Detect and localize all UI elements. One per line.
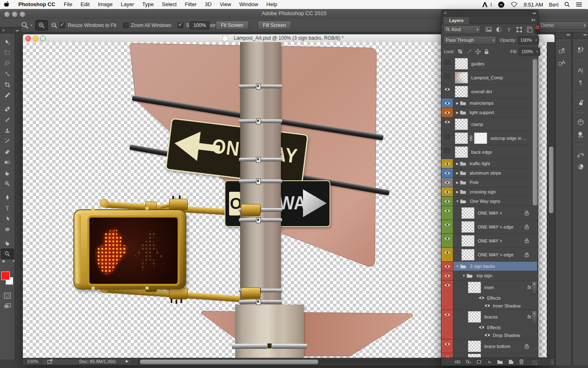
apple-menu[interactable] (0, 1, 14, 8)
layer-visibility-cell[interactable] (441, 262, 453, 271)
lock-position-icon[interactable] (475, 49, 481, 54)
layer-row-body[interactable]: ▼One Way signs (453, 197, 537, 206)
lock-transparent-icon[interactable] (458, 49, 463, 54)
layer-row-body[interactable]: outcrop edge in ... (453, 131, 537, 145)
layer-filter-toggle[interactable] (535, 25, 540, 34)
layer-main[interactable]: back edge (453, 145, 537, 159)
dock-grip[interactable] (576, 40, 585, 43)
3d-panel-icon[interactable] (573, 116, 588, 128)
effect-row[interactable]: Effects (453, 294, 537, 302)
layer-thumbnail[interactable] (461, 207, 474, 219)
layer-fx-badge[interactable]: fx (528, 314, 531, 320)
caret-open-icon[interactable]: ▼ (455, 265, 460, 268)
menu-item-view[interactable]: View (216, 0, 235, 9)
layer-visibility-cell[interactable] (441, 178, 453, 187)
opacity-field[interactable]: 100% ▾ (518, 36, 539, 45)
layer-main[interactable]: outcrop edge in ... (453, 131, 537, 145)
layer-main[interactable]: ▶light support (453, 108, 537, 117)
layer-row[interactable]: back edge (441, 145, 537, 159)
paragraph-panel-icon[interactable]: ¶ (573, 76, 588, 88)
dodge-tool[interactable] (1, 178, 14, 189)
toggle-visibility[interactable] (444, 120, 450, 124)
delete-layer-button[interactable] (519, 359, 524, 364)
toggle-visibility[interactable] (444, 60, 450, 65)
layer-main[interactable]: ▶crossing sign (453, 187, 537, 196)
layer-group-row[interactable]: ▶aluminum strips (441, 168, 537, 178)
toggle-visibility[interactable] (444, 250, 450, 255)
caret-closed-icon[interactable]: ▶ (455, 162, 460, 166)
status-doc-size[interactable]: Doc: 85.8M/1.35G (71, 359, 124, 364)
layer-main[interactable]: brace bottom (453, 339, 537, 353)
smudge-tool[interactable] (1, 168, 14, 178)
layer-visibility-cell[interactable] (441, 85, 453, 98)
toolbar-grip[interactable] (4, 34, 11, 36)
layer-row-body[interactable]: back edge (453, 145, 537, 159)
toggle-visibility[interactable] (444, 87, 450, 92)
layer-row-body[interactable]: ▶aluminum strips (453, 168, 537, 177)
layer-main[interactable]: guides (453, 57, 537, 70)
layer-visibility-cell[interactable] (441, 234, 453, 247)
status-flyout-icon[interactable]: ▶ (126, 359, 129, 363)
toggle-visibility[interactable] (444, 274, 450, 278)
eyedropper-tool[interactable] (1, 90, 14, 101)
new-group-button[interactable] (497, 359, 503, 364)
layer-row-body[interactable]: ▶light support (453, 108, 537, 117)
screen-mode-button[interactable] (1, 301, 14, 312)
quick-mask-button[interactable] (1, 290, 14, 301)
layer-main[interactable]: insetfx▴ (453, 280, 537, 294)
effects-collapse-strip[interactable]: ▴ (532, 311, 537, 324)
layer-main[interactable]: ONE WAY > edge (453, 248, 537, 261)
creative-cloud-icon[interactable]: ∞ (498, 1, 505, 8)
layer-thumbnail[interactable] (468, 354, 481, 358)
toggle-visibility[interactable] (444, 134, 450, 139)
type-filter-icon[interactable]: T (506, 27, 512, 33)
layer-row-body[interactable]: insetfx▴EffectsInner Shadow (453, 280, 537, 310)
type-tool[interactable]: T (1, 203, 14, 213)
layer-visibility-cell[interactable] (441, 206, 453, 220)
effect-eye-icon[interactable] (484, 333, 490, 337)
caret-closed-icon[interactable]: ▶ (455, 190, 460, 194)
hand-tool[interactable] (1, 238, 14, 249)
layer-visibility-cell[interactable] (441, 108, 453, 117)
toggle-visibility[interactable] (444, 171, 450, 175)
status-zoom-level[interactable]: 100% (27, 359, 38, 364)
layer-row[interactable]: ONE WAY < edge (441, 220, 537, 234)
layer-row[interactable]: ONE WAY > (441, 234, 537, 248)
layer-row-body[interactable]: ▶traffic light (453, 159, 537, 168)
layer-thumbnail[interactable] (455, 132, 468, 144)
checkbox-box[interactable] (123, 22, 129, 28)
layer-main[interactable]: ▼top sign (453, 271, 537, 280)
menu-clock[interactable]: 9:51 AM (523, 2, 543, 8)
layer-row-body[interactable]: ▼3 sign backs (453, 262, 537, 271)
smart-object-filter-icon[interactable] (526, 27, 532, 33)
layer-row[interactable]: ONE WAY < (441, 206, 537, 220)
effect-eye-icon[interactable] (479, 296, 485, 300)
fit-screen-button[interactable]: Fit Screen (216, 21, 249, 30)
layer-main[interactable]: ONE WAY < (453, 206, 537, 220)
toggle-visibility[interactable] (444, 101, 450, 105)
wifi-icon[interactable] (510, 2, 518, 7)
layer-row[interactable]: insetfx▴EffectsInner Shadow (441, 280, 537, 310)
layer-row-body[interactable]: ONE WAY < (453, 206, 537, 220)
layer-visibility-cell[interactable] (441, 197, 453, 206)
layer-main[interactable]: ONE WAY < edge (453, 220, 537, 233)
horizontal-scrollbar-thumb[interactable] (140, 359, 318, 364)
brush-tool[interactable] (1, 114, 14, 125)
adjustment-filter-icon[interactable] (496, 27, 502, 33)
link-layers-button[interactable] (454, 360, 461, 364)
toggle-visibility[interactable] (444, 209, 450, 213)
menu-item-select[interactable]: Select (158, 0, 180, 9)
menu-item-filter[interactable]: Filter (181, 0, 201, 9)
panel-collapse-icon[interactable]: ◀◀ (532, 11, 535, 14)
toggle-visibility[interactable] (444, 162, 450, 166)
layer-row-body[interactable]: ONE WAY < edge (453, 220, 537, 233)
layer-thumbnail[interactable] (468, 282, 481, 293)
menu-item-file[interactable]: File (60, 0, 76, 9)
layer-visibility-cell[interactable] (441, 57, 453, 70)
menu-item-layer[interactable]: Layer (117, 0, 138, 9)
layer-group-row[interactable]: ▼One Way signs (441, 197, 537, 206)
layer-group-row-selected[interactable]: ▼3 sign backs (441, 262, 537, 271)
panel-close-icon[interactable]: ✕ (444, 11, 447, 15)
materials-panel-icon[interactable] (573, 128, 588, 141)
crop-tool[interactable] (1, 79, 14, 90)
